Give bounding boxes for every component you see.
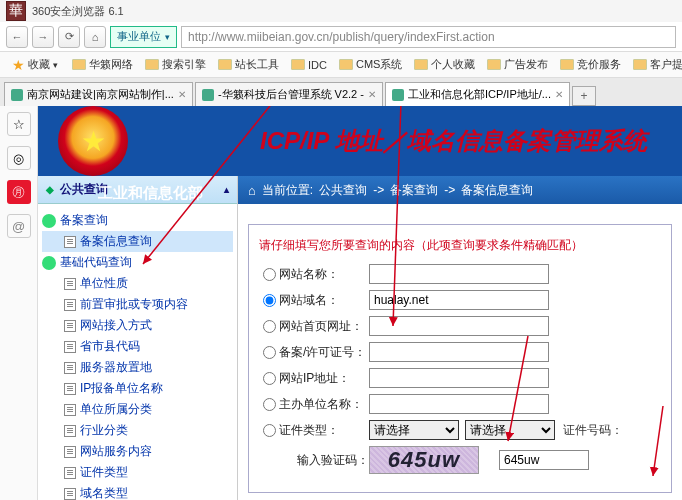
tree-group-label: 基础代码查询 [60, 254, 132, 271]
tree-item-label: 网站服务内容 [80, 443, 152, 460]
bookmark-item[interactable]: 个人收藏 [408, 55, 481, 74]
bookmark-item[interactable]: 华籁网络 [66, 55, 139, 74]
input-site-name[interactable] [369, 264, 549, 284]
radio-site-url[interactable] [263, 320, 276, 333]
tree-item[interactable]: 前置审批或专项内容 [42, 294, 233, 315]
tab-label: 工业和信息化部ICP/IP地址/... [408, 87, 551, 102]
folder-icon [145, 59, 159, 70]
tree-item[interactable]: 网站服务内容 [42, 441, 233, 462]
site-banner: ★ 工业和信息化部 ICP/IP 地址／域名信息备案管理系统 [38, 106, 682, 176]
tree-item[interactable]: 服务器放置地 [42, 357, 233, 378]
tree-item[interactable]: 省市县代码 [42, 336, 233, 357]
tree-item[interactable]: 单位所属分类 [42, 399, 233, 420]
captcha-image[interactable]: 645uw [369, 446, 479, 474]
tree-item[interactable]: 证件类型 [42, 462, 233, 483]
national-emblem-icon: ★ [58, 106, 128, 176]
select-cert-type-1[interactable]: 请选择 [369, 420, 459, 440]
close-icon[interactable]: ✕ [368, 89, 376, 100]
tree-item-label: 服务器放置地 [80, 359, 152, 376]
favorites-button[interactable]: ★ 收藏 ▾ [6, 55, 64, 75]
home-button[interactable]: ⌂ [84, 26, 106, 48]
doc-icon [64, 362, 76, 374]
ministry-name: 工业和信息化部 [98, 184, 203, 203]
bookmark-label: 个人收藏 [431, 57, 475, 72]
doc-icon [64, 467, 76, 479]
bookmark-item[interactable]: CMS系统 [333, 55, 408, 74]
tree-item-record-info[interactable]: 备案信息查询 [42, 231, 233, 252]
crumb-link[interactable]: 备案查询 [390, 182, 438, 199]
at-icon[interactable]: @ [7, 214, 31, 238]
label-site-domain: 网站域名： [279, 292, 369, 309]
input-org-name[interactable] [369, 394, 549, 414]
crumb-current: 备案信息查询 [461, 182, 533, 199]
tree-group-codes[interactable]: 基础代码查询 [42, 252, 233, 273]
tree-group-records[interactable]: 备案查询 [42, 210, 233, 231]
browser-tab[interactable]: 工业和信息化部ICP/IP地址/...✕ [385, 82, 570, 106]
input-site-url[interactable] [369, 316, 549, 336]
doc-icon [64, 236, 76, 248]
chevron-down-icon: ▾ [165, 32, 170, 42]
tree-item-label: IP报备单位名称 [80, 380, 163, 397]
query-form: 请仔细填写您所要查询的内容（此项查询要求条件精确匹配） 网站名称： 网站域名： … [248, 224, 672, 493]
bookmark-item[interactable]: 客户提供 [627, 55, 682, 74]
bullet-icon: ◆ [46, 184, 54, 195]
reload-button[interactable]: ⟳ [58, 26, 80, 48]
tree-item[interactable]: 域名类型 [42, 483, 233, 500]
tree-group-label: 备案查询 [60, 212, 108, 229]
radio-site-name[interactable] [263, 268, 276, 281]
browser-tab[interactable]: -华籁科技后台管理系统 V2.2 -✕ [195, 82, 383, 106]
crumb-sep: -> [373, 183, 384, 197]
favicon-icon [392, 89, 404, 101]
row-record-no: 备案/许可证号： [259, 342, 661, 362]
star-icon[interactable]: ☆ [7, 112, 31, 136]
back-button[interactable]: ← [6, 26, 28, 48]
tree-body: 备案查询 备案信息查询 基础代码查询 单位性质前置审批或专项内容网站接入方式省市… [38, 204, 237, 500]
page-content: ★ 工业和信息化部 ICP/IP 地址／域名信息备案管理系统 ◆ 公共查询 ▴ … [38, 106, 682, 500]
crumb-link[interactable]: 公共查询 [319, 182, 367, 199]
browser-tab[interactable]: 南京网站建设|南京网站制作|...✕ [4, 82, 193, 106]
form-note: 请仔细填写您所要查询的内容（此项查询要求条件精确匹配） [259, 237, 661, 254]
browser-side-panel: ☆◎㊊@ [0, 106, 38, 500]
tree-item-label: 备案信息查询 [80, 233, 152, 250]
row-captcha: 输入验证码： 645uw [259, 446, 661, 474]
radio-cert-type[interactable] [263, 424, 276, 437]
tree-item[interactable]: 行业分类 [42, 420, 233, 441]
close-icon[interactable]: ✕ [555, 89, 563, 100]
forward-button[interactable]: → [32, 26, 54, 48]
select-cert-type-2[interactable]: 请选择 [465, 420, 555, 440]
input-site-ip[interactable] [369, 368, 549, 388]
weibo-icon[interactable]: ㊊ [7, 180, 31, 204]
tab-label: -华籁科技后台管理系统 V2.2 - [218, 87, 364, 102]
new-tab-button[interactable]: + [572, 86, 596, 106]
tree-item[interactable]: IP报备单位名称 [42, 378, 233, 399]
radio-site-domain[interactable] [263, 294, 276, 307]
row-site-ip: 网站IP地址： [259, 368, 661, 388]
tree-item[interactable]: 单位性质 [42, 273, 233, 294]
bookmark-item[interactable]: IDC [285, 55, 333, 74]
address-bar-row: ← → ⟳ ⌂ 事业单位 ▾ [0, 22, 682, 52]
url-security-tag[interactable]: 事业单位 ▾ [110, 26, 177, 48]
close-icon[interactable]: ✕ [178, 89, 186, 100]
bookmark-item[interactable]: 竞价服务 [554, 55, 627, 74]
collapse-icon[interactable]: ▴ [224, 184, 229, 195]
doc-icon [64, 446, 76, 458]
folder-icon [414, 59, 428, 70]
tree-item-label: 单位性质 [80, 275, 128, 292]
label-org-name: 主办单位名称： [279, 396, 369, 413]
input-record-no[interactable] [369, 342, 549, 362]
tab-label: 南京网站建设|南京网站制作|... [27, 87, 174, 102]
tree-item-label: 域名类型 [80, 485, 128, 500]
globe-icon [42, 214, 56, 228]
bookmark-label: 广告发布 [504, 57, 548, 72]
input-captcha[interactable] [499, 450, 589, 470]
bookmark-item[interactable]: 站长工具 [212, 55, 285, 74]
radio-record-no[interactable] [263, 346, 276, 359]
input-site-domain[interactable] [369, 290, 549, 310]
radio-site-ip[interactable] [263, 372, 276, 385]
bookmark-item[interactable]: 搜索引擎 [139, 55, 212, 74]
capture-icon[interactable]: ◎ [7, 146, 31, 170]
address-input[interactable] [181, 26, 676, 48]
tree-item[interactable]: 网站接入方式 [42, 315, 233, 336]
bookmark-item[interactable]: 广告发布 [481, 55, 554, 74]
radio-org-name[interactable] [263, 398, 276, 411]
